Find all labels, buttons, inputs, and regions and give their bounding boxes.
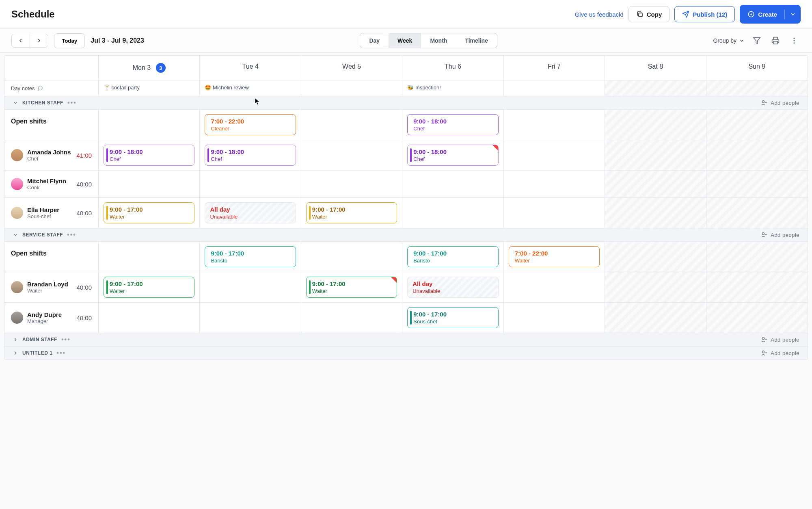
print-button[interactable]	[769, 34, 782, 47]
add-people-button[interactable]: Add people	[761, 350, 799, 356]
filter-button[interactable]	[750, 34, 763, 47]
shift-cell[interactable]: All day Unavailable	[200, 198, 301, 228]
shift-card[interactable]: 9:00 - 17:00 Waiter	[104, 277, 194, 298]
shift-cell[interactable]	[99, 242, 200, 272]
person-row-header[interactable]: Mitchel Flynn Cook 40:00	[4, 171, 99, 197]
day-header-mon[interactable]: Mon 3 3	[99, 56, 200, 80]
day-header-wed[interactable]: Wed 5	[301, 56, 402, 80]
day-note[interactable]: 🐝 Inspection!	[402, 80, 503, 96]
shift-cell[interactable]: 9:00 - 17:00 Waiter	[301, 272, 402, 302]
shift-cell[interactable]	[99, 171, 200, 197]
day-header-thu[interactable]: Thu 6	[402, 56, 503, 80]
shift-cell[interactable]	[402, 171, 503, 197]
day-note[interactable]	[301, 80, 402, 96]
shift-cell[interactable]	[605, 110, 706, 140]
today-button[interactable]: Today	[54, 33, 85, 48]
group-more-button[interactable]: •••	[67, 233, 76, 237]
tab-day[interactable]: Day	[360, 33, 389, 48]
day-note[interactable]: 🤩 Michelin review	[200, 80, 301, 96]
group-more-button[interactable]: •••	[56, 351, 66, 355]
shift-cell[interactable]	[200, 272, 301, 302]
shift-cell[interactable]: 9:00 - 17:00 Baristo	[200, 242, 301, 272]
shift-card[interactable]: 9:00 - 17:00 Waiter	[306, 202, 397, 223]
shift-cell[interactable]	[605, 198, 706, 228]
person-row-header[interactable]: Amanda Johns Chef 41:00	[4, 140, 99, 170]
person-row-header[interactable]: Ella Harper Sous-chef 40:00	[4, 198, 99, 228]
shift-cell[interactable]: 9:00 - 17:00 Waiter	[99, 272, 200, 302]
shift-cell[interactable]: 9:00 - 17:00 Baristo	[402, 242, 503, 272]
shift-cell[interactable]	[706, 242, 808, 272]
shift-cell[interactable]	[605, 242, 706, 272]
day-note[interactable]: 🍸 coctail party	[99, 80, 200, 96]
shift-cell[interactable]	[504, 198, 605, 228]
shift-cell[interactable]	[301, 303, 402, 333]
shift-card[interactable]: 9:00 - 17:00 Sous-chef	[407, 307, 498, 328]
open-shift[interactable]: 9:00 - 17:00 Baristo	[407, 246, 498, 267]
day-header-tue[interactable]: Tue 4	[200, 56, 301, 80]
unavailable-card[interactable]: All day Unavailable	[205, 202, 296, 223]
shift-cell[interactable]: 9:00 - 17:00 Waiter	[301, 198, 402, 228]
shift-cell[interactable]: All day Unavailable	[402, 272, 503, 302]
shift-cell[interactable]	[99, 110, 200, 140]
add-people-button[interactable]: Add people	[761, 232, 799, 238]
shift-cell[interactable]	[706, 171, 808, 197]
shift-cell[interactable]	[605, 272, 706, 302]
shift-cell[interactable]: 9:00 - 17:00 Sous-chef	[402, 303, 503, 333]
shift-cell[interactable]: 9:00 - 18:00 Chef	[99, 140, 200, 170]
day-note[interactable]	[706, 80, 808, 96]
person-row-header[interactable]: Brandan Loyd Waiter 40:00	[4, 272, 99, 302]
open-shift[interactable]: 7:00 - 22:00 Cleaner	[205, 114, 296, 135]
shift-cell[interactable]	[605, 171, 706, 197]
shift-cell[interactable]	[402, 198, 503, 228]
open-shift[interactable]: 7:00 - 22:00 Waiter	[509, 246, 600, 267]
day-note[interactable]	[504, 80, 605, 96]
shift-cell[interactable]	[504, 110, 605, 140]
shift-cell[interactable]	[301, 110, 402, 140]
shift-card[interactable]: 9:00 - 18:00 Chef	[407, 145, 498, 166]
tab-timeline[interactable]: Timeline	[456, 33, 497, 48]
open-shift[interactable]: 9:00 - 17:00 Baristo	[205, 246, 296, 267]
publish-button[interactable]: Publish (12)	[674, 6, 735, 22]
copy-button[interactable]: Copy	[628, 6, 670, 22]
shift-cell[interactable]: 9:00 - 18:00 Chef	[402, 140, 503, 170]
tab-week[interactable]: Week	[389, 33, 421, 48]
open-shift[interactable]: 9:00 - 18:00 Chef	[407, 114, 498, 135]
shift-cell[interactable]: 9:00 - 18:00 Chef	[200, 140, 301, 170]
group-toggle[interactable]	[13, 232, 18, 238]
shift-cell[interactable]	[504, 272, 605, 302]
unavailable-card[interactable]: All day Unavailable	[407, 277, 498, 298]
shift-cell[interactable]	[706, 272, 808, 302]
person-row-header[interactable]: Andy Dupre Manager 40:00	[4, 303, 99, 333]
shift-cell[interactable]	[706, 110, 808, 140]
shift-card[interactable]: 9:00 - 18:00 Chef	[104, 145, 194, 166]
add-people-button[interactable]: Add people	[761, 100, 799, 106]
shift-cell[interactable]	[200, 303, 301, 333]
shift-card[interactable]: 9:00 - 17:00 Waiter	[104, 202, 194, 223]
shift-cell[interactable]	[504, 303, 605, 333]
group-more-button[interactable]: •••	[61, 338, 71, 342]
shift-cell[interactable]	[706, 140, 808, 170]
shift-card[interactable]: 9:00 - 17:00 Waiter	[306, 277, 397, 298]
group-toggle[interactable]	[13, 350, 18, 356]
shift-cell[interactable]	[605, 140, 706, 170]
shift-cell[interactable]	[301, 242, 402, 272]
tab-month[interactable]: Month	[421, 33, 456, 48]
shift-card[interactable]: 9:00 - 18:00 Chef	[205, 145, 296, 166]
day-header-sun[interactable]: Sun 9	[706, 56, 808, 80]
group-more-button[interactable]: •••	[67, 101, 77, 105]
shift-cell[interactable]	[200, 171, 301, 197]
shift-cell[interactable]	[301, 171, 402, 197]
day-header-sat[interactable]: Sat 8	[605, 56, 706, 80]
shift-cell[interactable]	[504, 140, 605, 170]
group-toggle[interactable]	[13, 337, 18, 342]
prev-button[interactable]	[12, 34, 30, 47]
feedback-link[interactable]: Give us feedback!	[575, 11, 624, 18]
shift-cell[interactable]	[706, 198, 808, 228]
create-button[interactable]: Create	[740, 5, 801, 24]
shift-cell[interactable]	[99, 303, 200, 333]
day-note[interactable]	[605, 80, 706, 96]
shift-cell[interactable]: 9:00 - 17:00 Waiter	[99, 198, 200, 228]
shift-cell[interactable]	[605, 303, 706, 333]
more-button[interactable]	[788, 34, 801, 47]
shift-cell[interactable]: 7:00 - 22:00 Waiter	[504, 242, 605, 272]
